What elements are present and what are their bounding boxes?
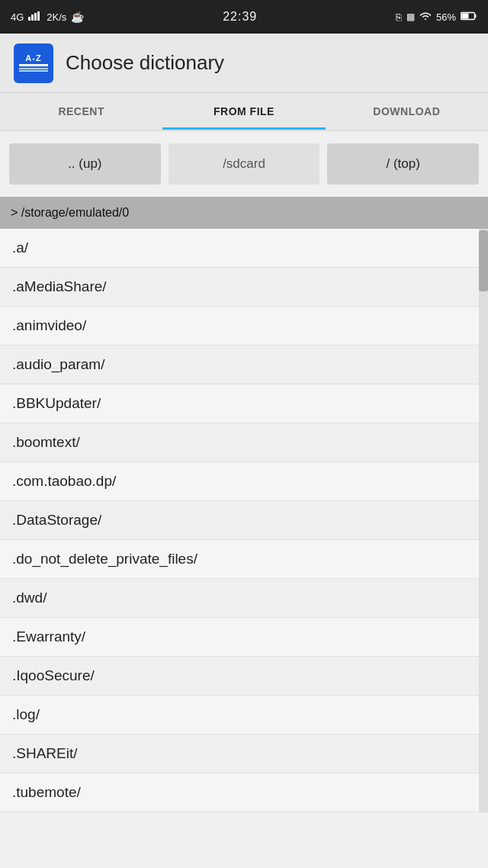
list-item[interactable]: .IqooSecure/ bbox=[0, 657, 479, 696]
tab-from-file[interactable]: FROM FILE bbox=[162, 93, 325, 130]
signal-icon bbox=[28, 11, 42, 23]
speed-label: 2K/s bbox=[47, 11, 66, 23]
list-item[interactable]: .do_not_delete_private_files/ bbox=[0, 540, 479, 579]
app-header: A-Z Choose dictionary bbox=[0, 34, 488, 93]
file-list-wrapper: .a/.aMediaShare/.animvideo/.audio_param/… bbox=[0, 229, 488, 812]
svg-rect-5 bbox=[462, 13, 469, 18]
list-item[interactable]: .dwd/ bbox=[0, 579, 479, 618]
sdcard-button[interactable]: /sdcard bbox=[169, 143, 320, 185]
battery-icon bbox=[461, 11, 477, 23]
nav-buttons: .. (up) /sdcard / (top) bbox=[0, 131, 488, 197]
list-item[interactable]: .DataStorage/ bbox=[0, 501, 479, 540]
screen-icon: ▩ bbox=[406, 11, 415, 22]
tab-recent[interactable]: RECENT bbox=[0, 93, 162, 130]
list-item[interactable]: .aMediaShare/ bbox=[0, 268, 479, 307]
list-item[interactable]: .Ewarranty/ bbox=[0, 618, 479, 657]
status-left: 4G 2K/s ☕ bbox=[11, 11, 84, 23]
list-item[interactable]: .SHAREit/ bbox=[0, 735, 479, 773]
up-button[interactable]: .. (up) bbox=[9, 143, 161, 185]
svg-rect-1 bbox=[31, 14, 34, 21]
top-button[interactable]: / (top) bbox=[327, 143, 479, 185]
status-time: 22:39 bbox=[223, 10, 257, 24]
list-item[interactable]: .boomtext/ bbox=[0, 423, 479, 462]
list-item[interactable]: .log/ bbox=[0, 696, 479, 735]
list-item[interactable]: .com.taobao.dp/ bbox=[0, 462, 479, 501]
path-bar: > /storage/emulated/0 bbox=[0, 197, 488, 229]
status-right: ⎘ ▩ 56% bbox=[396, 11, 477, 23]
list-item[interactable]: .animvideo/ bbox=[0, 307, 479, 346]
list-item[interactable]: .a/ bbox=[0, 229, 479, 268]
app-title: Choose dictionary bbox=[66, 51, 224, 75]
tab-download[interactable]: DOWNLOAD bbox=[326, 93, 488, 130]
wifi-icon bbox=[419, 11, 432, 23]
bluetooth-icon: ⎘ bbox=[396, 11, 402, 23]
svg-rect-0 bbox=[28, 17, 30, 21]
scrollbar-thumb[interactable] bbox=[479, 230, 488, 291]
status-bar: 4G 2K/s ☕ 22:39 ⎘ ▩ 56% bbox=[0, 0, 488, 34]
list-item[interactable]: .BBKUpdater/ bbox=[0, 384, 479, 423]
svg-rect-3 bbox=[37, 11, 40, 21]
svg-rect-2 bbox=[34, 13, 37, 21]
app-icon: A-Z bbox=[14, 43, 53, 83]
scrollbar-track[interactable] bbox=[479, 229, 488, 812]
carrier-label: 4G bbox=[11, 11, 24, 23]
whatsapp-icon: ☕ bbox=[71, 11, 84, 23]
battery-label: 56% bbox=[436, 11, 456, 23]
file-list: .a/.aMediaShare/.animvideo/.audio_param/… bbox=[0, 229, 479, 812]
tabs-bar: RECENT FROM FILE DOWNLOAD bbox=[0, 93, 488, 131]
list-item[interactable]: .audio_param/ bbox=[0, 346, 479, 384]
list-item[interactable]: .tubemote/ bbox=[0, 773, 479, 812]
